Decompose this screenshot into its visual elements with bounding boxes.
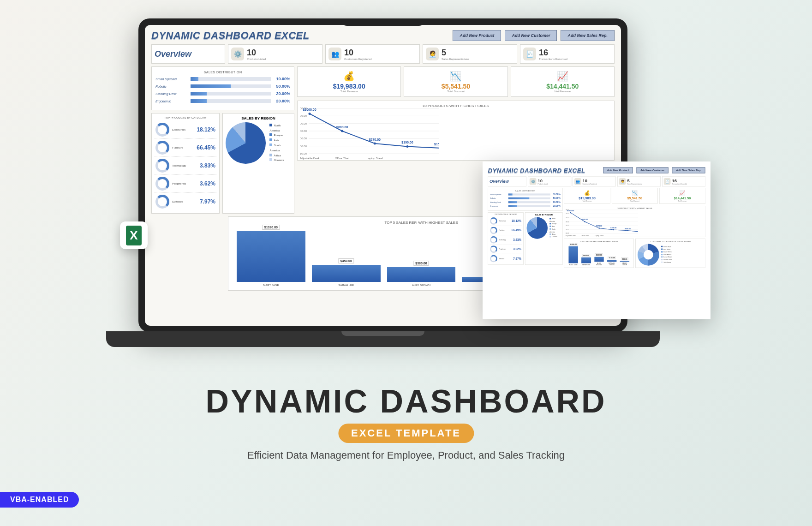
hbar-title: SALES DISTRIBUTION — [155, 71, 290, 74]
svg-text:$200.00: $200.00 — [566, 229, 569, 231]
top5-bar: $136.00MICHAEL GREEN — [607, 260, 617, 266]
hbar-pct: 50.00% — [552, 197, 561, 199]
pie-card: SALES BY REGION North AmericaEuropeAsiaS… — [222, 113, 294, 214]
hbar-label: Standing Desk — [155, 92, 188, 96]
svg-text:Adjustable Desk: Adjustable Desk — [300, 157, 320, 160]
svg-text:$800.00: $800.00 — [566, 217, 569, 219]
svg-text:$400.00: $400.00 — [566, 225, 569, 227]
line-svg: $0.00$200.00$400.00$600.00$800.00$1000.0… — [300, 104, 439, 173]
top5-bar: $450.00SARAH LEE — [312, 265, 381, 287]
hbar-row: Standing Desk20.00% — [155, 91, 290, 96]
bag-icon: 💰 — [299, 71, 399, 82]
money-row: 💰 $19,983.00 Total Revenue 📉 $5,541.50 T… — [297, 66, 615, 97]
svg-text:Laptop Stand: Laptop Stand — [595, 235, 603, 237]
svg-text:$1000.00: $1000.00 — [300, 114, 307, 117]
hbar-pct: 20.00% — [274, 91, 290, 96]
money-sub: Total Revenue — [299, 90, 399, 93]
top5-bar: $380.00ALEX BROWN — [387, 267, 456, 287]
donut-icon — [490, 236, 497, 244]
rep-icon: 🧑‍💼 — [426, 48, 439, 60]
svg-point-55 — [598, 227, 600, 229]
inset-btn-1[interactable]: Add New Product — [603, 167, 633, 173]
users-icon: 👥 — [328, 48, 341, 60]
pie-title: SALES BY REGION — [226, 116, 291, 120]
kpi-value: 16 — [539, 48, 567, 58]
donut-icon — [490, 217, 497, 225]
kpi-customers: 👥 10 Customers Registered — [325, 44, 420, 64]
hbar-label: Smart Speaker — [155, 78, 188, 81]
kpi-products: ⚙️ 10 Products Listed — [228, 44, 322, 64]
donut-pct: 3.62% — [513, 247, 521, 251]
donut-item: Technology3.83% — [490, 235, 522, 245]
money-sub: Net Revenue — [513, 90, 612, 93]
donut-icon — [490, 255, 497, 263]
kpi-row: Overview ⚙️ 10 Products Listed 👥 10 Cust… — [151, 44, 615, 64]
donut-icon — [155, 159, 169, 173]
svg-text:Office Chair: Office Chair — [581, 235, 588, 237]
dashboard-title: DYNAMIC DASHBOARD EXCEL — [151, 30, 310, 42]
hbar-row: Smart Speaker10.00% — [155, 77, 290, 81]
money-value: $19,983.00 — [299, 83, 399, 90]
svg-text:Office Chair: Office Chair — [335, 157, 350, 160]
inset-btn-3[interactable]: Add New Sales Rep. — [672, 167, 705, 173]
top5-bar: $380.00ALEX BROWN — [594, 257, 604, 266]
donut-pct: 7.97% — [513, 257, 521, 260]
hbar-pct: 20.00% — [552, 205, 561, 207]
donut-icon — [155, 123, 169, 137]
money-revenue: 💰 $19,983.00 Total Revenue — [297, 66, 401, 97]
donut-item: Software7.97% — [155, 193, 216, 210]
kpi-sub: Customers Registered — [344, 58, 372, 60]
gear-icon: ⚙️ — [231, 48, 244, 60]
excel-badge-icon: X — [120, 221, 148, 249]
donut-pct: 7.97% — [200, 198, 215, 205]
top5-bar: $1320.00MARY JANE — [568, 246, 578, 266]
laptop-notch — [341, 18, 424, 26]
svg-text:$600.00: $600.00 — [336, 126, 348, 129]
kpi-sub: Transactions Recorded — [539, 58, 567, 60]
svg-text:$1060.00: $1060.00 — [567, 210, 574, 212]
hbar-pct: 20.00% — [274, 99, 290, 103]
donut-item: Peripherals3.62% — [155, 175, 216, 193]
svg-text:Laptop Stand: Laptop Stand — [366, 157, 383, 160]
add-customer-button[interactable]: Add New Customer — [505, 30, 557, 41]
svg-text:$600.00: $600.00 — [300, 130, 307, 132]
svg-point-16 — [341, 130, 343, 132]
svg-point-53 — [584, 221, 585, 222]
donut-pct: 66.45% — [512, 229, 521, 232]
kpi-sub: Products Listed — [247, 58, 266, 60]
inset-title: DYNAMIC DASHBOARD EXCEL — [488, 167, 585, 173]
money-value: $5,541.50 — [406, 83, 505, 90]
hbar-row: Ergonomic20.00% — [155, 99, 290, 103]
money-net: 📈 $14,441.50 Net Revenue — [511, 66, 615, 97]
hbar-pct: 10.00% — [274, 77, 290, 81]
top5-bar: $55.00JAMES SMITH — [620, 261, 630, 266]
svg-text:$800.00: $800.00 — [300, 122, 307, 125]
svg-point-20 — [406, 145, 409, 148]
inset-btn-2[interactable]: Add New Customer — [636, 167, 669, 173]
svg-text:Adjustable Desk: Adjustable Desk — [566, 235, 576, 237]
svg-text:$0.00: $0.00 — [566, 233, 569, 234]
trend-icon: 📈 — [513, 71, 612, 82]
hbar-label: Smart Speaker — [490, 194, 507, 196]
svg-text:$150.00: $150.00 — [625, 228, 631, 230]
donut-item: Furniture66.45% — [490, 226, 522, 235]
donut-item: Software7.97% — [490, 254, 522, 263]
inset-preview: DYNAMIC DASHBOARD EXCEL Add New Product … — [483, 161, 710, 319]
svg-text:$190.00: $190.00 — [610, 227, 616, 229]
inset-overview: Overview — [490, 179, 509, 184]
marketing-block: DYNAMIC DASHBOARD EXCEL TEMPLATE Efficie… — [205, 383, 606, 461]
donut-icon — [490, 227, 497, 234]
hbar-label: Standing Desk — [490, 201, 507, 203]
svg-text:$270.00: $270.00 — [596, 225, 602, 227]
add-product-button[interactable]: Add New Product — [453, 30, 501, 41]
hbar-label: Ergonomic — [155, 100, 188, 103]
svg-point-18 — [374, 142, 376, 144]
svg-text:$600.00: $600.00 — [566, 221, 569, 223]
laptop-base — [106, 331, 660, 347]
action-buttons: Add New Product Add New Customer Add New… — [453, 30, 615, 41]
donut-item: Technology3.83% — [155, 157, 216, 175]
donut-item: Peripherals3.62% — [490, 245, 522, 254]
hbar-row: Standing Desk20.00% — [490, 201, 561, 203]
overview-label: Overview — [155, 49, 191, 59]
add-salesrep-button[interactable]: Add New Sales Rep. — [561, 30, 615, 41]
